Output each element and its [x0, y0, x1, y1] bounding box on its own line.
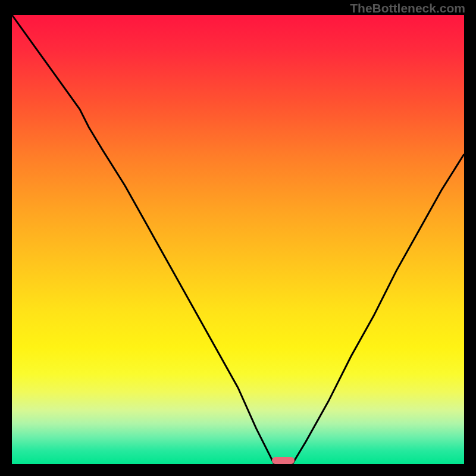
right-curve [292, 154, 464, 464]
curve-svg [12, 15, 464, 464]
plot-area [12, 15, 464, 464]
chart-container: TheBottleneck.com [0, 0, 476, 476]
optimal-marker [272, 457, 295, 464]
attribution-label: TheBottleneck.com [350, 1, 465, 15]
left-curve [12, 15, 274, 464]
